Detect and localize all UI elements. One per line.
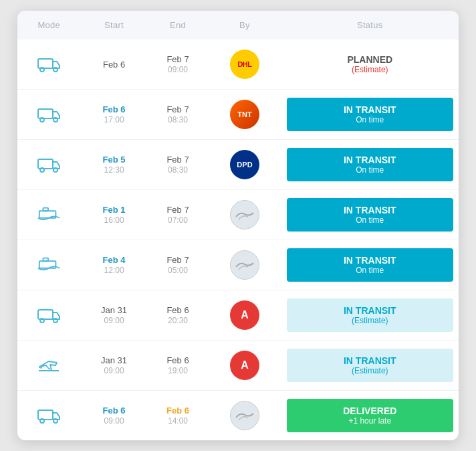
start-cell: Feb 6 09:00	[81, 391, 148, 441]
col-header-start: Start	[81, 11, 148, 39]
svg-point-5	[53, 118, 57, 122]
status-cell: IN TRANSIT On time	[281, 190, 459, 240]
table-row: Feb 6 09:00 Feb 6 14:00 DELIVERED +1 hou…	[17, 391, 459, 441]
table-row: Feb 1 16:00 Feb 7 07:00 IN TRANSIT On ti…	[17, 190, 459, 240]
carrier-cell: A	[208, 290, 281, 341]
table-row: Feb 6 17:00 Feb 7 08:30 TNT IN TRANSIT O…	[17, 90, 459, 140]
status-cell: PLANNED (Estimate)	[281, 39, 459, 90]
svg-point-8	[53, 168, 57, 172]
carrier-cell: A	[208, 341, 281, 391]
svg-point-14	[40, 319, 44, 323]
svg-point-18	[40, 419, 44, 423]
start-cell: Feb 6	[81, 39, 148, 90]
end-cell: Feb 6 19:00	[148, 341, 209, 391]
start-cell: Feb 5 12:30	[81, 140, 148, 190]
svg-point-1	[40, 68, 44, 72]
svg-point-19	[53, 419, 57, 423]
carrier-cell: TNT	[208, 90, 281, 140]
svg-rect-13	[38, 310, 53, 319]
svg-rect-10	[43, 208, 49, 211]
table-header-row: Mode Start End By Status	[17, 11, 459, 39]
end-cell: Feb 7 08:30	[148, 140, 209, 190]
mode-cell	[17, 391, 81, 441]
mode-cell	[17, 341, 81, 391]
start-cell: Jan 31 09:00	[81, 290, 148, 341]
start-cell: Feb 6 17:00	[81, 90, 148, 140]
end-cell: Feb 7 05:00	[148, 240, 209, 290]
carrier-cell	[208, 391, 281, 441]
carrier-cell: DPD	[208, 140, 281, 190]
svg-point-7	[40, 168, 44, 172]
svg-point-4	[40, 118, 44, 122]
mode-cell	[17, 290, 81, 341]
svg-rect-0	[38, 59, 53, 68]
svg-rect-3	[38, 109, 53, 118]
status-cell: IN TRANSIT On time	[281, 240, 459, 290]
mode-cell	[17, 90, 81, 140]
mode-cell	[17, 190, 81, 240]
status-cell: DELIVERED +1 hour late	[281, 391, 459, 441]
svg-point-2	[53, 68, 57, 72]
svg-rect-12	[43, 258, 49, 262]
table-row: Feb 5 12:30 Feb 7 08:30 DPD IN TRANSIT O…	[17, 140, 459, 190]
status-cell: IN TRANSIT On time	[281, 140, 459, 190]
end-cell: Feb 7 09:00	[148, 39, 209, 90]
status-cell: IN TRANSIT (Estimate)	[281, 290, 459, 341]
col-header-end: End	[148, 11, 209, 39]
table-row: Jan 31 09:00 Feb 6 19:00 A IN TRANSIT (E…	[17, 341, 459, 391]
status-cell: IN TRANSIT On time	[281, 90, 459, 140]
mode-cell	[17, 39, 81, 90]
mode-cell	[17, 240, 81, 290]
col-header-mode: Mode	[17, 11, 81, 39]
carrier-cell: DHL	[208, 39, 281, 90]
end-cell: Feb 6 20:30	[148, 290, 209, 341]
table-row: Feb 4 12:00 Feb 7 05:00 IN TRANSIT On ti…	[17, 240, 459, 290]
end-cell: Feb 6 14:00	[148, 391, 209, 441]
svg-rect-17	[38, 410, 53, 420]
col-header-status: Status	[281, 11, 459, 39]
end-cell: Feb 7 08:30	[148, 90, 209, 140]
start-cell: Feb 1 16:00	[81, 190, 148, 240]
end-cell: Feb 7 07:00	[148, 190, 209, 240]
start-cell: Jan 31 09:00	[81, 341, 148, 391]
shipment-table: Mode Start End By Status Feb 6 Feb 7 09:…	[17, 11, 459, 440]
mode-cell	[17, 140, 81, 190]
start-cell: Feb 4 12:00	[81, 240, 148, 290]
table-row: Jan 31 09:00 Feb 6 20:30 A IN TRANSIT (E…	[17, 290, 459, 341]
carrier-cell	[208, 190, 281, 240]
status-cell: IN TRANSIT (Estimate)	[281, 341, 459, 391]
col-header-by: By	[208, 11, 281, 39]
table-row: Feb 6 Feb 7 09:00 DHL PLANNED (Estimate)	[17, 39, 459, 90]
carrier-cell	[208, 240, 281, 290]
svg-rect-6	[38, 159, 53, 169]
svg-point-15	[53, 319, 57, 323]
shipment-table-card: Mode Start End By Status Feb 6 Feb 7 09:…	[17, 11, 459, 440]
